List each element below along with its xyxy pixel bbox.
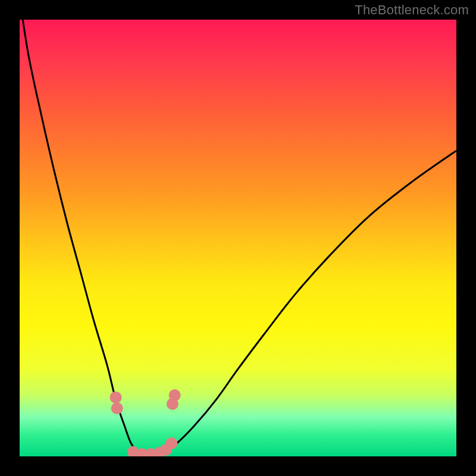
marker-dot <box>111 402 123 414</box>
marker-dot <box>110 392 122 403</box>
marker-dot <box>165 437 177 449</box>
curve-right-branch <box>146 151 456 456</box>
curve-left-branch <box>20 20 146 456</box>
chart-svg <box>20 20 456 456</box>
marker-dot <box>169 389 181 401</box>
watermark-text: TheBottleneck.com <box>355 2 469 18</box>
plot-area <box>20 20 456 456</box>
outer-frame: TheBottleneck.com <box>0 0 476 476</box>
curve-group <box>20 20 456 456</box>
markers-group <box>110 389 181 456</box>
